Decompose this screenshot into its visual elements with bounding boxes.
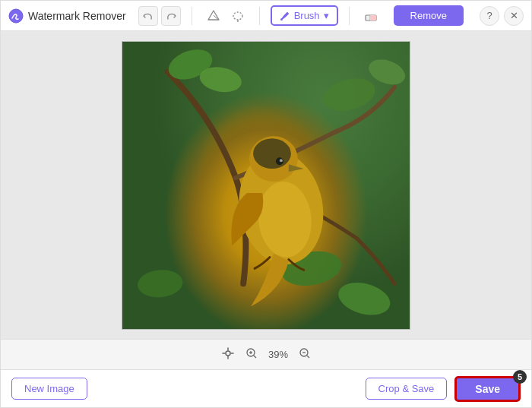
svg-point-5 xyxy=(280,18,283,21)
undo-button[interactable] xyxy=(138,6,158,26)
close-button[interactable]: ✕ xyxy=(504,6,524,26)
polygon-tool-button[interactable] xyxy=(203,5,224,27)
zoom-level: 39% xyxy=(268,349,288,360)
crop-save-button[interactable]: Crop & Save xyxy=(366,378,448,400)
app-logo-icon xyxy=(8,8,24,24)
status-bar: 39% xyxy=(1,339,531,369)
image-preview xyxy=(122,41,410,330)
svg-rect-23 xyxy=(122,42,410,329)
help-button[interactable]: ? xyxy=(480,6,499,26)
brush-dropdown-button[interactable]: Brush ▾ xyxy=(271,5,338,26)
lasso-tool-button[interactable] xyxy=(227,5,249,27)
separator-2 xyxy=(259,7,260,25)
svg-point-24 xyxy=(226,351,230,356)
title-bar-right: ? ✕ xyxy=(480,6,524,26)
svg-point-0 xyxy=(9,9,23,23)
tool-icons xyxy=(203,5,249,27)
nav-buttons xyxy=(138,6,181,26)
bird-image xyxy=(122,42,410,329)
eraser-tool-button[interactable] xyxy=(360,5,382,27)
redo-button[interactable] xyxy=(161,6,181,26)
separator-1 xyxy=(192,7,192,25)
canvas-area xyxy=(1,31,531,339)
save-button-wrapper: 5 Save xyxy=(454,376,521,402)
svg-line-28 xyxy=(254,356,256,358)
svg-line-31 xyxy=(307,356,309,358)
new-image-button[interactable]: New Image xyxy=(11,378,87,400)
pan-icon[interactable] xyxy=(221,346,235,363)
brush-label: Brush xyxy=(294,10,320,21)
separator-3 xyxy=(349,7,350,25)
title-bar: Watermark Remover Brush ▾ xyxy=(1,1,531,31)
remove-button[interactable]: Remove xyxy=(394,5,464,26)
footer-right: Crop & Save 5 Save xyxy=(366,376,521,402)
brush-dropdown-icon: ▾ xyxy=(324,10,329,21)
svg-rect-8 xyxy=(370,15,376,21)
bird-overlay-svg xyxy=(122,42,410,329)
save-button[interactable]: Save xyxy=(454,376,521,402)
title-bar-left: Watermark Remover Brush ▾ xyxy=(8,5,480,27)
zoom-out-icon[interactable] xyxy=(299,347,311,362)
footer-bar: New Image Crop & Save 5 Save xyxy=(1,369,531,407)
zoom-in-icon[interactable] xyxy=(245,347,258,362)
save-badge: 5 xyxy=(513,370,527,384)
app-title: Watermark Remover xyxy=(28,10,126,22)
svg-point-3 xyxy=(233,12,242,20)
